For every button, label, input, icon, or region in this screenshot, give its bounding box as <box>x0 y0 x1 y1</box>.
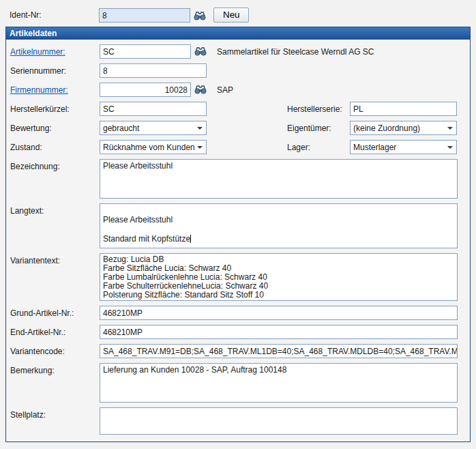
firmennummer-input[interactable]: 10028 <box>100 83 191 97</box>
variantentext-label: Variantentext: <box>10 253 100 265</box>
herstellerkuerzel-input[interactable]: SC <box>100 102 207 116</box>
grund-artikel-row: Grund-Artikel-Nr.: 468210MP <box>10 306 466 320</box>
firmennummer-description: SAP <box>217 83 233 95</box>
lager-label: Lager: <box>287 140 350 152</box>
variantentext-textarea[interactable]: Bezug: Lucia DB Farbe Sitzfläche Lucia: … <box>100 253 458 301</box>
artikelnummer-row: Artikelnummer: SC Sammelartikel für Stee… <box>10 44 466 59</box>
end-artikel-row: End-Artikel-Nr.: 468210MP <box>10 325 466 339</box>
bezeichnung-row: Bezeichnung: Please Arbeitsstuhl <box>10 159 466 199</box>
text-cursor <box>190 235 191 243</box>
eigentuemer-select[interactable]: (keine Zuordnung) <box>350 121 457 135</box>
herstellerserie-input[interactable]: PL <box>350 102 457 116</box>
stellplatz-label: Stellplatz: <box>10 407 100 420</box>
zustand-label: Zustand: <box>10 140 100 152</box>
end-artikel-nr-input[interactable]: 468210MP <box>100 325 458 339</box>
eigentuemer-label: Eigentümer: <box>287 121 350 133</box>
ident-search-icon[interactable] <box>192 9 207 22</box>
bezeichnung-textarea[interactable]: Please Arbeitsstuhl <box>100 159 458 199</box>
grund-artikel-nr-label: Grund-Artikel-Nr.: <box>10 306 100 318</box>
chevron-down-icon <box>447 127 453 130</box>
bezeichnung-label: Bezeichnung: <box>10 159 100 171</box>
artikelnummer-search-icon[interactable] <box>193 44 207 57</box>
stellplatz-row: Stellplatz: <box>10 407 466 435</box>
bemerkung-textarea[interactable]: Lieferung an Kunden 10028 - SAP, Auftrag… <box>100 363 458 403</box>
chevron-down-icon <box>197 127 203 130</box>
artikelnummer-input[interactable]: SC <box>100 44 191 59</box>
bewertung-row: Bewertung: gebraucht Eigentümer: (keine … <box>10 121 466 135</box>
artikelnummer-description: Sammelartikel für Steelcase Werndl AG SC <box>217 44 374 57</box>
seriennummer-row: Seriennummer: 8 <box>10 63 466 78</box>
artikelnummer-link[interactable]: Artikelnummer: <box>10 47 65 57</box>
herstellerkuerzel-label: Herstellerkürzel: <box>10 102 100 114</box>
firmennummer-search-icon[interactable] <box>193 83 207 96</box>
hersteller-row: Herstellerkürzel: SC Herstellerserie: PL <box>10 102 466 116</box>
langtext-textarea[interactable]: Please Arbeitsstuhl Standard mit Kopfstü… <box>100 203 458 248</box>
chevron-down-icon <box>447 146 453 149</box>
bemerkung-row: Bemerkung: Lieferung an Kunden 10028 - S… <box>10 363 466 403</box>
seriennummer-input[interactable]: 8 <box>100 63 207 78</box>
zustand-select[interactable]: Rücknahme vom Kunden <box>100 140 207 154</box>
herstellerserie-label: Herstellerserie: <box>287 102 350 114</box>
variantencode-input[interactable]: SA_468_TRAV.M91=DB;SA_468_TRAV.ML1DB=40;… <box>100 344 458 358</box>
variantencode-row: Variantencode: SA_468_TRAV.M91=DB;SA_468… <box>10 344 466 358</box>
bemerkung-label: Bemerkung: <box>10 363 100 375</box>
lager-select[interactable]: Musterlager <box>350 140 457 154</box>
langtext-label: Langtext: <box>10 203 100 216</box>
firmennummer-row: Firmennummer: 10028 SAP <box>10 83 466 97</box>
langtext-row: Langtext: Please Arbeitsstuhl Standard m… <box>10 203 466 248</box>
seriennummer-label: Seriennummer: <box>10 63 100 76</box>
variantentext-row: Variantentext: Bezug: Lucia DB Farbe Sit… <box>10 253 466 301</box>
artikelnummer-label: Artikelnummer: <box>10 44 100 57</box>
stellplatz-textarea[interactable] <box>100 407 458 435</box>
bewertung-label: Bewertung: <box>10 121 100 133</box>
chevron-down-icon <box>197 146 203 149</box>
end-artikel-nr-label: End-Artikel-Nr.: <box>10 325 100 337</box>
grund-artikel-nr-input[interactable]: 468210MP <box>100 306 458 320</box>
firmennummer-label: Firmennummer: <box>10 83 100 95</box>
firmennummer-link[interactable]: Firmennummer: <box>10 85 68 95</box>
ident-row: Ident-Nr: 8 Neu <box>0 0 476 23</box>
artikeldaten-panel: Artikeldaten Artikelnummer: SC Sammelart… <box>5 27 471 442</box>
zustand-row: Zustand: Rücknahme vom Kunden Lager: Mus… <box>10 140 466 154</box>
ident-nr-field[interactable]: 8 <box>99 8 190 23</box>
ident-nr-label: Ident-Nr: <box>10 10 99 20</box>
bewertung-select[interactable]: gebraucht <box>100 121 207 135</box>
variantencode-label: Variantencode: <box>10 344 100 356</box>
neu-button[interactable]: Neu <box>213 8 249 23</box>
panel-header: Artikeldaten <box>6 27 470 40</box>
